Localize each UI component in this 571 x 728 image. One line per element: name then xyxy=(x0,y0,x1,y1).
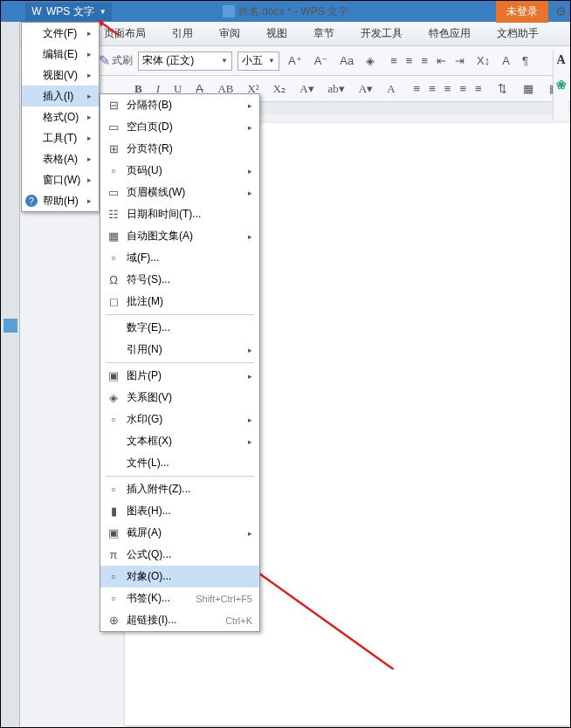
number-list-button[interactable]: ≡ xyxy=(402,52,416,69)
submenu-item-18[interactable]: 文件(L)... xyxy=(100,452,259,474)
menu-view[interactable]: 视图(V)▸ xyxy=(22,65,99,86)
tab-chapter[interactable]: 章节 xyxy=(308,23,340,45)
ruby-button[interactable]: A xyxy=(499,52,513,69)
align-justify-button[interactable]: ≡ xyxy=(456,80,470,97)
submenu-label: 符号(S)... xyxy=(127,272,252,287)
submenu-label: 页码(U) xyxy=(127,163,248,178)
font-name-select[interactable]: 宋体 (正文) ▼ xyxy=(138,52,232,71)
format-painter-button[interactable]: ✎ 式刷 xyxy=(99,52,133,69)
submenu-item-2[interactable]: ⊞分页符(R) xyxy=(100,138,259,160)
submenu-item-11[interactable]: 数字(E)... xyxy=(100,317,259,339)
submenu-label: 批注(M) xyxy=(127,294,252,309)
submenu-icon: ▣ xyxy=(106,525,121,541)
subscript-button[interactable]: X₂ xyxy=(271,80,288,98)
indent-dec-button[interactable]: ⇤ xyxy=(433,52,450,69)
app-menu-button[interactable]: W WPS 文字 ▼ xyxy=(25,3,112,21)
submenu-label: 文本框(X) xyxy=(127,434,248,449)
submenu-label: 截屏(A) xyxy=(127,525,248,540)
decrease-font-button[interactable]: A⁻ xyxy=(311,52,332,69)
tab-special[interactable]: 特色应用 xyxy=(423,23,476,45)
menu-edit[interactable]: 编辑(E)▸ xyxy=(22,44,99,65)
change-case-button[interactable]: Aa xyxy=(336,52,357,69)
tab-references[interactable]: 引用 xyxy=(167,23,198,45)
submenu-item-15[interactable]: ◈关系图(V) xyxy=(100,387,259,409)
submenu-label: 自动图文集(A) xyxy=(127,229,248,244)
increase-font-button[interactable]: A⁺ xyxy=(285,52,306,69)
submenu-item-8[interactable]: Ω符号(S)... xyxy=(100,269,259,291)
shading-button[interactable]: ▦ xyxy=(519,80,537,97)
submenu-item-25[interactable]: ▫书签(K)...Shift+Ctrl+F5 xyxy=(100,587,259,609)
menu-window[interactable]: 窗口(W)▸ xyxy=(22,169,99,190)
tab-page-layout[interactable]: 页面布局 xyxy=(99,23,151,45)
submenu-item-6[interactable]: ▦自动图文集(A)▸ xyxy=(100,225,259,247)
submenu-item-16[interactable]: ▫水印(G)▸ xyxy=(100,409,259,430)
align-right-button[interactable]: ≡ xyxy=(441,80,455,97)
menu-tools[interactable]: 工具(T)▸ xyxy=(22,127,99,148)
submenu-icon xyxy=(106,456,121,471)
submenu-item-22[interactable]: ▣截屏(A)▸ xyxy=(100,522,259,544)
bullet-list-button[interactable]: ≡ xyxy=(387,52,401,69)
submenu-item-4[interactable]: ▭页眉横线(W)▸ xyxy=(100,182,259,203)
align-center-button[interactable]: ≡ xyxy=(425,80,439,97)
submenu-item-1[interactable]: ▭空白页(D)▸ xyxy=(100,116,259,138)
submenu-label: 书签(K)... xyxy=(127,591,196,606)
submenu-item-9[interactable]: ◻批注(M) xyxy=(100,291,259,312)
menu-separator xyxy=(106,314,254,315)
menu-insert[interactable]: 插入(I)▸ xyxy=(22,86,99,106)
menu-table[interactable]: 表格(A)▸ xyxy=(22,148,99,169)
submenu-item-14[interactable]: ▣图片(P)▸ xyxy=(100,365,259,387)
menu-file[interactable]: 文件(F)▸ xyxy=(22,23,99,44)
wps-logo-icon: W xyxy=(31,5,43,17)
distribute-button[interactable]: ≡ xyxy=(471,80,485,97)
tab-helper[interactable]: 文档助手 xyxy=(492,23,544,45)
submenu-item-23[interactable]: π公式(Q)... xyxy=(100,544,259,566)
brush-icon: ✎ xyxy=(99,52,110,69)
submenu-label: 页眉横线(W) xyxy=(127,185,248,200)
submenu-item-3[interactable]: ▫页码(U)▸ xyxy=(100,160,259,182)
submenu-item-17[interactable]: 文本框(X)▸ xyxy=(100,430,259,452)
indent-inc-button[interactable]: ⇥ xyxy=(451,52,468,69)
submenu-item-21[interactable]: ▮图表(H)... xyxy=(100,500,259,522)
paragraph-mark-button[interactable]: ¶ xyxy=(519,52,532,69)
chevron-down-icon: ▼ xyxy=(100,8,107,16)
submenu-item-5[interactable]: ☷日期和时间(T)... xyxy=(100,203,259,225)
char-border-button[interactable]: A xyxy=(384,80,397,98)
clear-format-button[interactable]: ◈ xyxy=(362,52,378,69)
submenu-item-24[interactable]: ▫对象(O)... xyxy=(100,566,259,587)
chevron-right-icon: ▸ xyxy=(248,167,252,175)
tab-developer[interactable]: 开发工具 xyxy=(355,23,408,45)
chevron-right-icon: ▸ xyxy=(248,529,252,538)
submenu-item-12[interactable]: 引用(N)▸ xyxy=(100,339,259,361)
style-b-icon[interactable]: ❀ xyxy=(556,78,567,92)
text-direction-button[interactable]: X↕ xyxy=(473,52,493,69)
submenu-shortcut: Ctrl+K xyxy=(225,615,252,626)
gear-icon[interactable]: ⚙ xyxy=(555,4,567,18)
highlight-button[interactable]: ab▾ xyxy=(326,80,347,98)
tab-view[interactable]: 视图 xyxy=(261,23,292,45)
login-button[interactable]: 未登录 xyxy=(496,1,548,23)
chevron-right-icon: ▸ xyxy=(87,71,92,79)
submenu-label: 数字(E)... xyxy=(127,320,252,335)
submenu-item-20[interactable]: ▫插入附件(Z)... xyxy=(100,478,259,500)
font-size-select[interactable]: 小五 ▼ xyxy=(237,52,279,71)
submenu-item-26[interactable]: ⊕超链接(I)...Ctrl+K xyxy=(100,609,259,631)
submenu-item-7[interactable]: ▫域(F)... xyxy=(100,247,259,269)
style-a-icon[interactable]: A xyxy=(556,53,565,67)
tab-review[interactable]: 审阅 xyxy=(214,23,245,45)
text-effect-button[interactable]: A▾ xyxy=(356,80,375,98)
line-spacing-button[interactable]: ⇅ xyxy=(494,80,511,97)
submenu-item-0[interactable]: ⊟分隔符(B)▸ xyxy=(100,94,259,116)
submenu-icon: Ω xyxy=(106,272,121,288)
submenu-icon: ▭ xyxy=(106,185,121,201)
chevron-down-icon: ▼ xyxy=(221,57,228,65)
chevron-right-icon: ▸ xyxy=(87,92,92,100)
menu-format[interactable]: 格式(O)▸ xyxy=(22,106,99,127)
multilevel-list-button[interactable]: ≡ xyxy=(417,52,431,69)
submenu-icon: ▦ xyxy=(106,229,121,244)
submenu-icon xyxy=(106,434,121,450)
submenu-icon: ▣ xyxy=(106,368,121,384)
align-left-button[interactable]: ≡ xyxy=(410,80,424,97)
submenu-icon: ▫ xyxy=(106,591,121,607)
menu-help[interactable]: ?帮助(H)▸ xyxy=(22,190,99,211)
font-color-button[interactable]: A▾ xyxy=(297,80,316,98)
